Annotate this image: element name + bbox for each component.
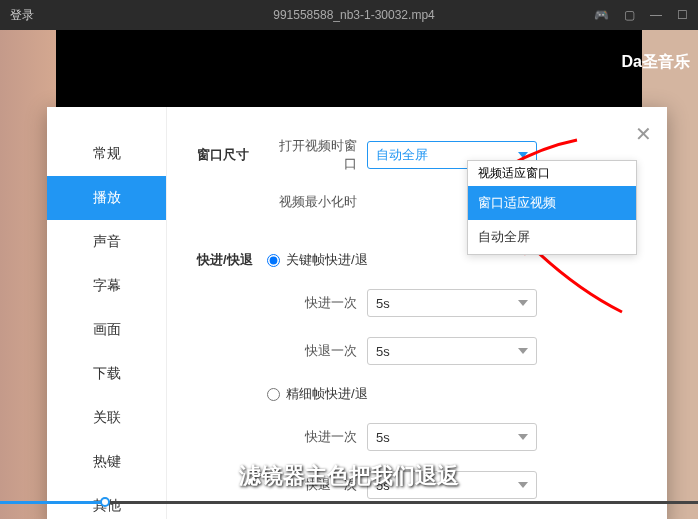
sidebar-item-hotkey[interactable]: 热键 — [47, 440, 166, 484]
sidebar-item-picture[interactable]: 画面 — [47, 308, 166, 352]
select-open-value: 自动全屏 — [376, 146, 428, 164]
titlebar: 登录 991558588_nb3-1-30032.mp4 🎮 ▢ ― ☐ — [0, 0, 698, 30]
video-area: Da圣音乐 常规 播放 声音 字幕 画面 下载 关联 热键 其他 ✕ 窗口尺寸 … — [0, 30, 698, 519]
filename-text: 991558588_nb3-1-30032.mp4 — [114, 8, 594, 22]
select-bwd1[interactable]: 5s — [367, 337, 537, 365]
progress-bar[interactable] — [0, 501, 698, 504]
label-fine: 精细帧快进/退 — [286, 385, 368, 403]
minimize-icon[interactable]: ― — [650, 8, 662, 22]
progress-fill — [0, 501, 105, 504]
settings-content: ✕ 窗口尺寸 打开视频时窗口 自动全屏 视频最小化时 视频适应窗口 窗口适应视频… — [167, 107, 667, 519]
chevron-down-icon — [518, 300, 528, 306]
radio-keyframe[interactable] — [267, 254, 280, 267]
watermark: Da圣音乐 — [622, 52, 690, 73]
row-fwd2: 快进一次 5s — [267, 423, 637, 451]
section-window-size: 窗口尺寸 — [197, 146, 267, 164]
maximize-icon[interactable]: ☐ — [677, 8, 688, 22]
sidebar-item-association[interactable]: 关联 — [47, 396, 166, 440]
sidebar-item-playback[interactable]: 播放 — [47, 176, 166, 220]
label-open-video: 打开视频时窗口 — [267, 137, 357, 173]
sidebar-item-general[interactable]: 常规 — [47, 132, 166, 176]
chevron-down-icon — [518, 348, 528, 354]
chevron-down-icon — [518, 152, 528, 158]
label-bwd-once: 快退一次 — [267, 342, 357, 360]
close-icon[interactable]: ✕ — [635, 122, 652, 146]
label-min-video: 视频最小化时 — [267, 193, 357, 211]
video-subtitle: 滤镜器主色把我们退返 — [239, 461, 459, 491]
row-bwd1: 快退一次 5s — [267, 337, 637, 365]
row-fwd1: 快进一次 5s — [267, 289, 637, 317]
select-fwd1[interactable]: 5s — [367, 289, 537, 317]
progress-thumb[interactable] — [100, 497, 110, 507]
chevron-down-icon — [518, 482, 528, 488]
radio-fine[interactable] — [267, 388, 280, 401]
label-fwd-once: 快进一次 — [267, 294, 357, 312]
window-icon[interactable]: ▢ — [624, 8, 635, 22]
dropdown-window-mode: 视频适应窗口 窗口适应视频 自动全屏 — [467, 160, 637, 255]
row-fine: 精细帧快进/退 — [267, 385, 637, 403]
dropdown-item-video-fit[interactable]: 视频适应窗口 — [468, 161, 636, 186]
select-fwd2[interactable]: 5s — [367, 423, 537, 451]
chevron-down-icon — [518, 434, 528, 440]
sidebar-item-subtitle[interactable]: 字幕 — [47, 264, 166, 308]
label-keyframe: 关键帧快进/退 — [286, 251, 368, 269]
titlebar-icons: 🎮 ▢ ― ☐ — [594, 8, 688, 22]
settings-sidebar: 常规 播放 声音 字幕 画面 下载 关联 热键 其他 — [47, 107, 167, 519]
settings-dialog: 常规 播放 声音 字幕 画面 下载 关联 热键 其他 ✕ 窗口尺寸 打开视频时窗… — [47, 107, 667, 519]
game-icon[interactable]: 🎮 — [594, 8, 609, 22]
dropdown-item-auto-fullscreen[interactable]: 自动全屏 — [468, 220, 636, 254]
sidebar-item-sound[interactable]: 声音 — [47, 220, 166, 264]
sidebar-item-download[interactable]: 下载 — [47, 352, 166, 396]
login-text[interactable]: 登录 — [10, 7, 34, 24]
dropdown-item-window-fit[interactable]: 窗口适应视频 — [468, 186, 636, 220]
section-ffrw: 快进/快退 — [197, 251, 267, 269]
